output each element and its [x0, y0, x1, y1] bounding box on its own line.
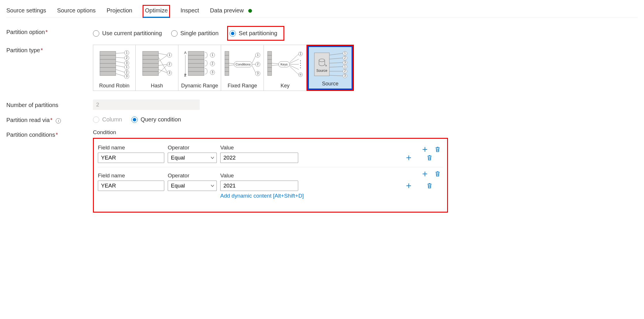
card-hash[interactable]: 123 Hash: [136, 45, 178, 91]
svg-point-96: [300, 60, 300, 61]
tab-source-options[interactable]: Source options: [57, 5, 96, 17]
svg-text:3: 3: [212, 71, 213, 74]
card-round-robin[interactable]: 123123 Round Robin: [93, 45, 136, 91]
svg-text:3: 3: [344, 61, 346, 64]
svg-rect-49: [188, 63, 204, 67]
radio-column: Column: [93, 115, 125, 125]
svg-text:3: 3: [169, 71, 170, 74]
field-name-input[interactable]: [98, 181, 164, 191]
add-row-button[interactable]: [405, 154, 412, 162]
col-field-name: Field name: [98, 172, 164, 179]
number-of-partitions-input: [93, 100, 200, 110]
plus-icon: [422, 146, 428, 153]
svg-rect-79: [268, 59, 272, 63]
svg-text:2: 2: [212, 62, 213, 65]
label-partition-read-via: Partition read via* i: [6, 115, 93, 123]
svg-rect-29: [143, 72, 158, 76]
svg-text:1: 1: [169, 53, 170, 57]
svg-rect-5: [100, 72, 116, 76]
svg-rect-26: [143, 59, 158, 63]
radio-use-current-partitioning[interactable]: Use current partitioning: [93, 28, 165, 38]
key-icon: Keys 1n: [265, 47, 305, 82]
svg-text:1: 1: [344, 65, 346, 68]
delete-group-button[interactable]: [434, 170, 441, 178]
dynamic-range-icon: AZ 123: [180, 47, 220, 82]
svg-rect-47: [188, 55, 204, 59]
value-input[interactable]: [220, 181, 298, 191]
svg-line-68: [252, 55, 256, 63]
trash-icon: [435, 171, 440, 177]
radio-circle-icon: [229, 30, 236, 37]
source-icon: Source 123123: [310, 49, 350, 80]
svg-line-30: [158, 53, 168, 55]
svg-line-6: [116, 53, 125, 53]
card-key[interactable]: Keys 1n Key: [264, 45, 307, 91]
info-icon[interactable]: i: [56, 118, 61, 123]
svg-line-105: [329, 63, 343, 63]
svg-line-34: [158, 70, 168, 73]
svg-rect-4: [100, 67, 116, 72]
add-group-button[interactable]: [421, 146, 429, 153]
svg-rect-0: [100, 51, 116, 55]
svg-rect-48: [188, 59, 204, 63]
col-field-name: Field name: [98, 145, 164, 151]
svg-text:2: 2: [344, 56, 346, 59]
field-name-input[interactable]: [98, 153, 164, 163]
delete-row-button[interactable]: [426, 182, 433, 189]
radio-circle-icon: [171, 30, 178, 37]
svg-text:2: 2: [257, 63, 259, 66]
condition-heading: Condition: [93, 129, 448, 136]
radio-query-condition[interactable]: Query condition: [131, 115, 184, 125]
tab-projection[interactable]: Projection: [107, 5, 132, 17]
radio-single-partition[interactable]: Single partition: [171, 28, 221, 38]
fixed-range-icon: Conditions 123: [222, 47, 262, 82]
delete-group-button[interactable]: [434, 146, 441, 153]
svg-line-7: [116, 57, 125, 58]
required-asterisk: *: [41, 47, 43, 53]
svg-line-67: [229, 65, 234, 65]
label-number-of-partitions: Number of partitions: [6, 100, 93, 108]
svg-text:1: 1: [212, 53, 213, 57]
svg-rect-24: [143, 51, 158, 55]
tab-inspect[interactable]: Inspect: [180, 5, 199, 17]
svg-rect-58: [225, 51, 229, 55]
svg-line-11: [116, 74, 125, 76]
svg-text:2: 2: [126, 56, 128, 59]
svg-text:Keys: Keys: [280, 63, 288, 66]
svg-line-70: [252, 65, 256, 74]
svg-text:n: n: [300, 73, 301, 76]
radio-set-partitioning[interactable]: Set partitioning: [229, 28, 280, 38]
svg-text:Conditions: Conditions: [236, 63, 251, 66]
svg-line-108: [329, 75, 343, 76]
svg-rect-60: [225, 59, 229, 63]
svg-rect-25: [143, 55, 158, 59]
svg-rect-61: [225, 63, 229, 67]
svg-rect-1: [100, 55, 116, 59]
add-dynamic-content-link[interactable]: Add dynamic content [Alt+Shift+D]: [220, 193, 304, 199]
card-source[interactable]: Source 123123 Source: [309, 47, 352, 89]
partition-type-cards: 123123 Round Robin 123 Hash: [93, 45, 354, 91]
card-dynamic-range[interactable]: AZ 123 Dynamic Range: [178, 45, 221, 91]
add-group-button[interactable]: [421, 170, 429, 178]
svg-rect-3: [100, 63, 116, 67]
radio-circle-icon: [131, 117, 138, 123]
svg-rect-46: [188, 51, 204, 55]
svg-line-10: [116, 70, 125, 72]
tab-source-settings[interactable]: Source settings: [6, 5, 46, 17]
delete-row-button[interactable]: [426, 154, 433, 162]
svg-point-99: [300, 67, 300, 68]
add-row-button[interactable]: [405, 182, 412, 189]
card-fixed-range[interactable]: Conditions 123 Fixed Range: [221, 45, 264, 91]
value-input[interactable]: [220, 153, 298, 163]
svg-rect-82: [268, 72, 272, 76]
tab-optimize[interactable]: Optimize: [143, 5, 169, 17]
label-partition-conditions: Partition conditions*: [6, 129, 93, 138]
hash-icon: 123: [137, 47, 177, 82]
svg-line-9: [116, 65, 125, 67]
operator-select[interactable]: [168, 153, 217, 163]
tab-data-preview[interactable]: Data preview: [210, 5, 252, 17]
svg-line-32: [158, 55, 168, 61]
svg-point-97: [300, 63, 300, 63]
operator-select[interactable]: [168, 181, 217, 191]
radio-circle-icon: [93, 30, 99, 37]
